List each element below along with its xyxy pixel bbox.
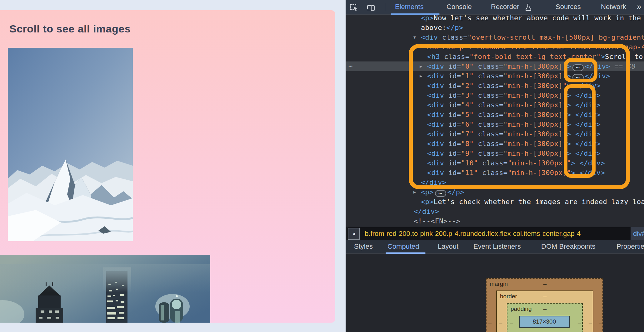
tree-node-row[interactable]: above:</p> (421, 23, 463, 32)
active-tab-underline (391, 13, 440, 15)
tree-node-row[interactable]: </div> (414, 207, 439, 216)
sidebar-tab-styles[interactable]: Styles (354, 242, 373, 251)
page-title: Scroll to see all images (9, 23, 131, 35)
border-right-value[interactable]: – (589, 319, 592, 326)
breadcrumb-back-button[interactable]: ◂ (348, 228, 360, 240)
device-toolbar-icon[interactable] (366, 3, 376, 12)
gradient-scroll-card[interactable]: Scroll to see all images (0, 10, 335, 323)
padding-label: padding (511, 305, 532, 312)
border-top-value[interactable]: – (543, 293, 547, 300)
collapse-arrow-icon[interactable]: ▼ (413, 32, 416, 42)
code-token: <p> (421, 14, 434, 22)
code-token: </div> (414, 208, 439, 215)
tree-node-row[interactable]: <p>Let's check whether the images are in… (421, 197, 644, 207)
sidebar-tab-propertie[interactable]: Propertie (617, 242, 644, 251)
tab-sources[interactable]: Sources (556, 3, 581, 11)
annotation-box-ellipsis (564, 58, 597, 82)
tree-node-row[interactable]: <!--<FN>--> (414, 216, 460, 226)
margin-top-value[interactable]: – (543, 281, 547, 287)
devtools-toolbar: Elements Console Recorder Sources Networ… (346, 0, 644, 15)
border-label: border (500, 293, 517, 300)
toolbar-divider (385, 3, 385, 11)
breadcrumb-bar: ◂ -b.from-red-200.to-pink-200.p-4.rounde… (346, 227, 644, 240)
code-token: Let's check whether the images are indee… (434, 198, 644, 206)
tab-recorder[interactable]: Recorder (491, 3, 519, 11)
box-model-content[interactable]: 817×300 (519, 316, 570, 328)
more-tabs-icon[interactable]: » (637, 2, 640, 12)
browser-viewport: Scroll to see all images (0, 0, 346, 332)
padding-left-value[interactable]: – (510, 319, 513, 326)
sidebar-tab-dom-breakpoints[interactable]: DOM Breakpoints (541, 242, 596, 251)
tab-network[interactable]: Network (601, 3, 626, 11)
padding-right-value[interactable]: – (578, 319, 581, 326)
margin-right-value[interactable]: – (599, 319, 602, 326)
code-token: Now let's see whether above code will wo… (434, 14, 644, 22)
city-image (0, 255, 210, 323)
padding-bottom-value[interactable]: – (543, 330, 547, 332)
flask-icon (523, 2, 534, 12)
code-token: </p> (447, 188, 464, 196)
breadcrumb-selected-node[interactable]: div# (631, 227, 644, 240)
code-token: above: (421, 24, 446, 32)
sidebar-tab-event-listeners[interactable]: Event Listeners (473, 242, 521, 251)
gutter-more-actions-icon[interactable]: ⋯ (348, 61, 353, 71)
code-token: <p> (421, 188, 434, 196)
computed-pane: margin – – – border – – – padding – – – … (346, 254, 644, 332)
collapsed-content-icon[interactable]: ⋯ (435, 190, 446, 197)
sidebar-tab-layout[interactable]: Layout (438, 242, 458, 251)
code-token: <!--<FN>--> (414, 217, 460, 225)
margin-left-value[interactable]: – (488, 319, 492, 326)
padding-top-value[interactable]: – (543, 305, 547, 312)
border-left-value[interactable]: – (499, 319, 502, 326)
computed-tab-underline (386, 252, 426, 254)
inspect-icon[interactable] (349, 3, 359, 12)
tree-node-row[interactable]: <div class="overflow-scroll max-h-[500px… (421, 32, 644, 42)
code-token: </p> (446, 24, 463, 32)
sidebar-tab-computed[interactable]: Computed (387, 242, 419, 251)
mountain-image (8, 48, 133, 241)
tab-console[interactable]: Console (447, 3, 472, 11)
tab-elements[interactable]: Elements (395, 3, 424, 11)
devtools-panel: <p>Now let's see whether above code will… (346, 0, 644, 332)
code-token: <p> (421, 198, 434, 206)
margin-label: margin (490, 281, 508, 287)
code-token: class= (438, 33, 467, 41)
breadcrumb-parent-selector[interactable]: -b.from-red-200.to-pink-200.p-4.rounded.… (360, 227, 631, 240)
code-token: <div (421, 33, 438, 41)
annotation-box-empty-divs (564, 84, 596, 178)
code-token: "overflow-scroll max-h-[500px] bg-gradie… (467, 33, 644, 41)
sidebar-tabs: StylesComputedLayoutEvent ListenersDOM B… (346, 240, 644, 254)
